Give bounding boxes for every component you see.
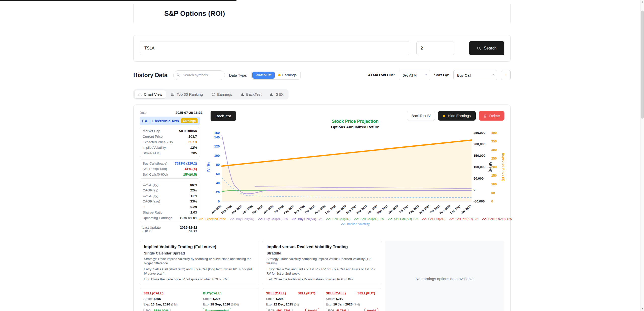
stat-row: Sell Puts(0-60d)-41% (X): [140, 166, 200, 172]
leg-strike: $205: [276, 297, 284, 301]
chart-legend-row2: Implied Volatility: [206, 222, 504, 226]
tab-chart-view[interactable]: Chart View: [135, 90, 166, 98]
svg-text:Dec 2027: Dec 2027: [450, 204, 461, 215]
last-update-value: 2025-12-12 08:27: [171, 226, 197, 233]
stat-row: CAGR(4y)11%: [140, 193, 200, 199]
symbols-search-input[interactable]: [173, 70, 225, 80]
legend-item[interactable]: Buy Call(AR) +25: [292, 217, 322, 221]
svg-text:Feb 2027: Feb 2027: [346, 204, 357, 215]
legend-line-icon: [341, 223, 346, 226]
svg-text:80: 80: [216, 163, 220, 167]
stock-projection-chart[interactable]: IV (%) AR (%) Expected Price ($) 1501401…: [206, 130, 504, 217]
stat-label: Upcoming Earnings: [143, 216, 172, 220]
x-axis-labels: Jan 2026Feb 2026Mar 2026Apr 2026May 2026…: [211, 204, 472, 215]
stock-stats-panel: Market Cap50.9 BillionCurrent Price203.7…: [140, 127, 200, 233]
stat-label: Sharpe Ratio: [143, 211, 163, 215]
symbol-input[interactable]: [140, 41, 409, 55]
strategy-term: Strategy:: [266, 257, 279, 261]
stat-row: μ0.29: [140, 204, 200, 210]
legend-label: Sell Put(AR) +25: [488, 217, 512, 221]
tab-top-30-ranking[interactable]: Top 30 Ranking: [167, 90, 207, 98]
scrollbar-thumb[interactable]: [641, 11, 644, 119]
tab-backtest[interactable]: BackTest: [237, 90, 265, 98]
legend-item[interactable]: Buy Call(AR) -25: [258, 217, 288, 221]
scroll-up-arrow[interactable]: ▲: [640, 1, 644, 3]
scroll-down-arrow[interactable]: ▼: [640, 307, 644, 310]
page-scrollbar[interactable]: ▲ ▼: [640, 0, 644, 311]
roi-pill: ROI:5588.00%: [143, 308, 171, 311]
tab-label: Earnings: [217, 92, 232, 96]
trade-box-calendar-spread: SELL(CALL) Strike: $205 Exp: 16 Jan, 202…: [140, 288, 259, 311]
toggle-watchlist[interactable]: WatchList: [252, 72, 275, 79]
symbol-search-card: Search: [133, 35, 511, 62]
entry-term: Entry:: [266, 267, 275, 271]
atm-select[interactable]: 0% ATM: [399, 70, 430, 80]
recommended-badge: Recommended: [203, 308, 231, 311]
svg-text:Mar 2027: Mar 2027: [356, 204, 368, 215]
tab-label: GEX: [275, 92, 284, 96]
legend-item[interactable]: Buy Call(AR): [230, 217, 254, 221]
legend-item[interactable]: Sell Put(AR): [422, 217, 446, 221]
stats-cagr-box: CAGR(1y)66%CAGR(2y)22%CAGR(4y)11%CAGR(av…: [140, 181, 200, 222]
strategy-subtitle: Straddle: [266, 251, 377, 255]
stat-value: 12%: [190, 146, 197, 150]
legend-item[interactable]: Expected Price: [198, 217, 226, 221]
stat-value: 15%(0.5): [183, 173, 197, 177]
svg-text:200,000: 200,000: [473, 142, 485, 146]
svg-text:250,000: 250,000: [473, 131, 485, 135]
legend-item[interactable]: Sell Call(AR) +25: [388, 217, 418, 221]
stat-label: impliedVolatility: [143, 146, 166, 150]
legend-item[interactable]: Implied Volatility: [341, 222, 370, 226]
ticker-pill[interactable]: EA | Electronic Arts Earnings: [140, 117, 200, 125]
legend-line-icon: [326, 218, 331, 221]
toggle-earnings[interactable]: Earnings: [275, 72, 300, 79]
svg-text:Mar 2026: Mar 2026: [231, 204, 243, 215]
legend-line-icon: [449, 218, 454, 221]
stat-label: μ: [143, 205, 145, 209]
legend-label: Buy Call(AR) +25: [298, 217, 322, 221]
svg-text:Jun 2026: Jun 2026: [262, 204, 274, 215]
stat-value: 2.03: [190, 211, 197, 215]
y-ticks-price: 400350300250200150100500: [491, 131, 497, 203]
roi-value: -5.71%: [336, 309, 346, 311]
chart-legend: Expected PriceBuy Call(AR)Buy Call(AR) -…: [206, 217, 504, 221]
legend-line-icon: [422, 218, 427, 221]
legend-item[interactable]: Sell Put(AR) +25: [482, 217, 512, 221]
sort-by-select[interactable]: Buy Call: [453, 70, 497, 80]
stat-row: Market Cap50.9 Billion: [140, 128, 200, 134]
legend-item[interactable]: Sell Call(AR) -25: [354, 217, 384, 221]
svg-text:250: 250: [491, 157, 497, 160]
stat-row: Current Price203.7: [140, 134, 200, 139]
y-ticks-ar: 250,000200,000150,000100,00050,0000-50,0…: [473, 131, 485, 203]
download-button[interactable]: ↓: [501, 70, 511, 80]
legend-item[interactable]: Sell Call(AR): [326, 217, 350, 221]
svg-text:Aug 2027: Aug 2027: [408, 204, 420, 215]
tab-earnings[interactable]: Earnings: [208, 90, 236, 98]
legend-item[interactable]: Sell Put(AR) -25: [449, 217, 478, 221]
svg-text:150: 150: [491, 174, 497, 177]
bar-chart-icon: [138, 93, 142, 96]
search-button[interactable]: Search: [469, 41, 504, 55]
leg-action: BUY(CALL): [203, 291, 256, 295]
svg-text:150: 150: [214, 131, 220, 135]
earnings-dot-icon: [443, 115, 445, 117]
svg-text:-50,000: -50,000: [473, 199, 485, 203]
stat-row: Sell Calls(0-60d)15%(0.5): [140, 172, 200, 177]
svg-text:200: 200: [491, 165, 497, 169]
avoid-badge: Avoid: [365, 308, 378, 311]
trade-leg-buy-call: BUY(CALL) Strike: $205 Exp: 18 Sep, 2026…: [199, 291, 256, 311]
quantity-input[interactable]: [416, 41, 454, 55]
stat-value: 203.7: [188, 135, 197, 139]
projection-chart-panel: Stock Price Projection Options Annualize…: [206, 127, 504, 233]
svg-text:20: 20: [216, 190, 220, 194]
svg-text:100: 100: [214, 154, 220, 158]
tab-gex[interactable]: GEX: [266, 90, 287, 98]
svg-text:Apr 2027: Apr 2027: [367, 204, 378, 214]
legend-label: Sell Call(AR) -25: [360, 217, 384, 221]
date-value: 2025-07-28 16:33: [176, 111, 203, 115]
leg-action2: SELL(PUT): [298, 291, 315, 295]
trade-leg-straddle-1: SELL(CALL) SELL(PUT) Strike: $205 Exp: 1…: [266, 291, 322, 311]
legend-label: Buy Call(AR): [236, 217, 254, 221]
trade-leg-sell-call: SELL(CALL) Strike: $205 Exp: 16 Jan, 202…: [143, 291, 199, 311]
svg-text:300: 300: [491, 148, 497, 152]
